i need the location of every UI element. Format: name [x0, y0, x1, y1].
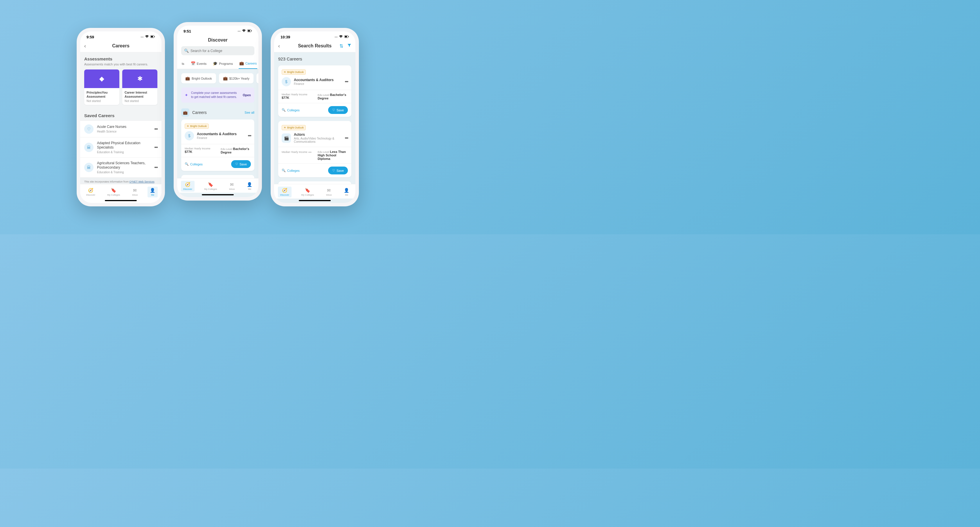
time: 9:59: [86, 35, 94, 39]
more-button[interactable]: •••: [154, 165, 158, 170]
career-category: Health Science: [97, 130, 151, 133]
chip-bright-outlook[interactable]: 💼Bright Outlook: [181, 73, 216, 83]
nav-colleges[interactable]: 🔖My Colleges: [299, 187, 316, 197]
nav-colleges[interactable]: 🔖My Colleges: [105, 187, 122, 197]
nav-inbox[interactable]: ✉Inbox: [130, 187, 140, 197]
income-label: Median Yearly Income: [282, 93, 312, 96]
save-button[interactable]: ♡Save: [328, 166, 348, 174]
onet-link[interactable]: O*NET Web Services: [129, 180, 154, 183]
status-bar: 10:39 ••••: [274, 31, 355, 41]
career-card: ☀Bright Outlook $ Accountants & Auditors…: [181, 120, 255, 171]
back-button[interactable]: ‹: [84, 43, 86, 49]
nav-me[interactable]: 👤Me: [342, 187, 352, 197]
search-bar[interactable]: 🔍: [181, 46, 255, 55]
see-all-link[interactable]: See all: [245, 111, 255, 114]
colleges-link[interactable]: 🔍Colleges: [282, 108, 300, 112]
back-button[interactable]: ‹: [278, 43, 280, 49]
income-value: —: [309, 150, 312, 153]
nav-me[interactable]: 👤Me: [148, 187, 158, 197]
tab-programs[interactable]: 🎓Programs: [212, 58, 234, 69]
more-button[interactable]: •••: [154, 126, 158, 132]
bottom-nav: 🧭Discover 🔖My Colleges ✉Inbox 👤Me: [80, 184, 161, 198]
nav-me[interactable]: 👤Me: [245, 181, 255, 192]
person-icon: 👤: [247, 182, 252, 187]
more-button[interactable]: •••: [345, 79, 348, 84]
career-category: Education & Training: [97, 150, 151, 154]
assessment-card[interactable]: ✱ Career Interest Assessment Not started: [122, 69, 158, 105]
chip-partial[interactable]: 💼: [256, 73, 258, 83]
dollar-icon: $: [185, 131, 194, 141]
save-button[interactable]: ♡Save: [328, 106, 348, 114]
wifi-icon: [242, 29, 246, 34]
nav-discover[interactable]: 🧭Discover: [181, 181, 194, 192]
saved-career-row[interactable]: 🏛 Adapted Physical Education Specialists…: [80, 137, 161, 158]
bright-outlook-badge: ☀Bright Outlook: [282, 69, 306, 75]
compass-icon: 🧭: [88, 188, 94, 193]
career-title: Adapted Physical Education Specialists: [97, 141, 151, 150]
colleges-link[interactable]: 🔍Colleges: [282, 169, 300, 172]
assessment-status: Not started: [86, 99, 117, 102]
building-icon: 🏛: [84, 163, 94, 172]
grad-icon: 🎓: [213, 61, 218, 66]
content: Assessments Assessments match you with b…: [80, 52, 161, 184]
compass-icon: 🧭: [282, 188, 288, 193]
nav-discover[interactable]: 🧭Discover: [278, 187, 291, 197]
phone-3: 10:39 •••• ‹ Search Results ⇅ 923 Career…: [270, 28, 359, 206]
nav-inbox[interactable]: ✉Inbox: [227, 181, 237, 192]
cellular-icon: ••••: [140, 35, 143, 39]
briefcase-icon: 💼: [223, 76, 228, 80]
more-button[interactable]: •••: [248, 133, 251, 138]
battery-icon: [150, 35, 155, 39]
page-title: Discover: [208, 37, 228, 43]
filter-button[interactable]: [347, 43, 352, 49]
save-button[interactable]: ♡Save: [231, 160, 251, 168]
nav-colleges[interactable]: 🔖My Colleges: [202, 181, 219, 192]
battery-icon: [344, 35, 349, 39]
page-title: Careers: [112, 43, 129, 48]
search-icon: 🔍: [184, 48, 189, 53]
chip-120k[interactable]: 💼$120k+ Yearly: [219, 73, 253, 83]
search-input[interactable]: [191, 49, 251, 53]
career-title: Acute Care Nurses: [97, 125, 151, 129]
career-card: ☀Bright Outlook: [278, 181, 352, 184]
assessment-name: Career Interest Assessment: [124, 90, 155, 99]
nav-inbox[interactable]: ✉Inbox: [324, 187, 334, 197]
banner-open-button[interactable]: Open: [243, 93, 251, 97]
tab-events[interactable]: 📅Events: [190, 58, 207, 69]
diamond-icon: ◆: [99, 75, 104, 83]
svg-rect-8: [345, 36, 347, 37]
svg-rect-2: [151, 36, 153, 37]
compass-icon: 🧭: [185, 182, 191, 187]
media-icon: 🎬: [282, 133, 291, 143]
bookmark-icon: 🔖: [111, 188, 116, 193]
envelope-icon: ✉: [133, 188, 137, 193]
filter-chips: 💼Bright Outlook 💼$120k+ Yearly 💼: [177, 69, 258, 86]
home-indicator: [299, 200, 331, 201]
status-bar: 9:51 ••••: [177, 26, 258, 35]
briefcase-icon: 💼: [185, 76, 190, 80]
assessment-card[interactable]: ◆ PrinciplesYou Assessment Not started: [84, 69, 119, 105]
briefcase-icon: 💼: [181, 109, 189, 117]
career-card: ☀Bright Outlook: [181, 175, 255, 178]
career-name: Accountants & Auditors: [294, 78, 342, 82]
more-button[interactable]: •••: [345, 136, 348, 141]
sun-icon: ☀: [187, 125, 189, 128]
bright-outlook-badge: ☀Bright Outlook: [185, 123, 209, 129]
heart-icon: ♡: [332, 169, 335, 172]
status-bar: 9:59 ••••: [80, 31, 161, 41]
assessment-banner: ✦ Complete your career assessments to ge…: [181, 88, 255, 102]
nav-discover[interactable]: 🧭Discover: [84, 187, 97, 197]
income-value: $77K: [185, 150, 192, 153]
more-button[interactable]: •••: [154, 145, 158, 150]
sort-button[interactable]: ⇅: [339, 43, 343, 49]
wifi-icon: [145, 35, 149, 39]
colleges-link[interactable]: 🔍Colleges: [185, 162, 203, 166]
svg-rect-7: [348, 36, 349, 37]
tab-partial[interactable]: ts: [181, 58, 185, 69]
career-name: Accountants & Auditors: [197, 132, 245, 136]
tab-careers[interactable]: 💼Careers: [239, 58, 257, 69]
saved-career-row[interactable]: 🏛 Agricultural Sciences Teachers, Postse…: [80, 158, 161, 177]
content: 💼Bright Outlook 💼$120k+ Yearly 💼 ✦ Compl…: [177, 69, 258, 178]
sun-icon: ☀: [284, 126, 286, 129]
saved-career-row[interactable]: ♡ Acute Care Nurses Health Science •••: [80, 121, 161, 137]
